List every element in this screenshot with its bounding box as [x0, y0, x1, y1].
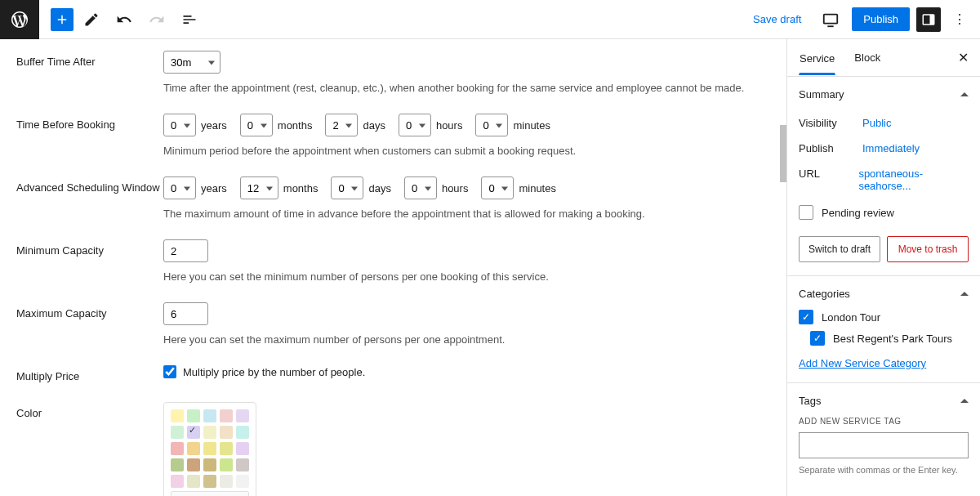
chevron-up-icon — [960, 292, 969, 296]
color-swatch[interactable] — [171, 409, 184, 422]
adv-window-label: Advanced Scheduling Window — [16, 177, 163, 220]
sidebar-tabs: Service Block ✕ — [787, 39, 980, 77]
chevron-up-icon — [960, 92, 969, 96]
tag-input[interactable] — [799, 432, 969, 458]
color-swatch[interactable] — [203, 426, 216, 439]
color-swatch[interactable] — [187, 426, 200, 439]
tab-block[interactable]: Block — [853, 40, 881, 75]
main-content: Buffer Time After 30m Time after the app… — [0, 39, 786, 496]
color-swatch[interactable] — [171, 475, 184, 488]
chevron-up-icon — [960, 399, 969, 403]
color-swatch[interactable] — [187, 458, 200, 471]
category-london-checkbox[interactable]: ✓ — [799, 310, 813, 324]
max-cap-help: Here you can set the maximum number of p… — [163, 333, 770, 346]
multiply-label: Multiply Price — [16, 365, 163, 382]
save-draft-button[interactable]: Save draft — [745, 8, 809, 30]
color-swatch[interactable] — [236, 426, 249, 439]
options-menu-button[interactable]: ⋮ — [947, 5, 972, 34]
redo-button — [142, 5, 172, 34]
plus-icon — [55, 12, 69, 27]
preview-button[interactable] — [816, 5, 845, 34]
adv-window-help: The maximum amount of time in advance be… — [163, 208, 770, 220]
time-before-minutes[interactable]: 0 — [475, 114, 508, 136]
settings-sidebar-button[interactable] — [916, 7, 941, 32]
color-swatch[interactable] — [171, 442, 184, 455]
publish-value[interactable]: Immediately — [862, 142, 920, 154]
color-swatch[interactable] — [236, 409, 249, 422]
time-before-help: Minimum period before the appointment wh… — [163, 145, 770, 157]
undo-icon — [116, 11, 132, 28]
adv-window-days[interactable]: 0 — [331, 177, 363, 199]
max-cap-input[interactable] — [163, 302, 208, 325]
color-swatch[interactable] — [236, 475, 249, 488]
color-swatch[interactable] — [203, 458, 216, 471]
close-sidebar-button[interactable]: ✕ — [958, 50, 969, 65]
wordpress-logo[interactable] — [0, 0, 39, 39]
visibility-value[interactable]: Public — [862, 117, 891, 129]
multiply-checkbox[interactable] — [163, 365, 176, 378]
document-overview-button[interactable] — [175, 5, 204, 34]
min-cap-input[interactable] — [163, 239, 208, 262]
color-palette: More — [163, 402, 256, 496]
color-label: Color — [16, 402, 163, 496]
url-value[interactable]: spontaneous-seahorse... — [858, 168, 969, 192]
panel-tags: Tags ADD NEW SERVICE TAG Separate with c… — [787, 383, 980, 488]
panel-summary-header[interactable]: Summary — [799, 88, 969, 101]
color-swatch[interactable] — [236, 458, 249, 471]
svg-rect-2 — [930, 15, 934, 25]
color-swatch[interactable] — [187, 475, 200, 488]
panel-categories: Categories ✓ London Tour ✓ Best Regent's… — [787, 276, 980, 383]
tab-service[interactable]: Service — [799, 41, 835, 75]
color-swatch[interactable] — [220, 458, 233, 471]
topbar: Save draft Publish ⋮ — [0, 0, 980, 39]
color-swatch[interactable] — [171, 426, 184, 439]
wordpress-icon — [10, 10, 29, 29]
adv-window-months[interactable]: 12 — [240, 177, 278, 199]
sidebar: Service Block ✕ Summary VisibilityPublic… — [786, 39, 980, 496]
time-before-label: Time Before Booking — [16, 114, 163, 157]
time-before-days[interactable]: 2 — [325, 114, 358, 136]
color-swatch[interactable] — [187, 442, 200, 455]
panel-categories-header[interactable]: Categories — [799, 288, 969, 300]
adv-window-hours[interactable]: 0 — [404, 177, 437, 199]
svg-rect-0 — [824, 14, 838, 23]
color-swatch[interactable] — [203, 475, 216, 488]
min-cap-help: Here you can set the minimum number of p… — [163, 270, 770, 283]
sidebar-icon — [921, 12, 936, 27]
color-swatch[interactable] — [187, 409, 200, 422]
list-icon — [181, 11, 198, 28]
adv-window-minutes[interactable]: 0 — [481, 177, 514, 199]
color-swatch[interactable] — [220, 442, 233, 455]
pencil-icon — [83, 11, 100, 28]
color-swatch[interactable] — [203, 442, 216, 455]
adv-window-years[interactable]: 0 — [163, 177, 196, 199]
color-swatch[interactable] — [220, 409, 233, 422]
min-cap-label: Minimum Capacity — [16, 239, 163, 283]
buffer-after-select[interactable]: 30m — [163, 51, 220, 74]
color-swatch[interactable] — [203, 409, 216, 422]
time-before-years[interactable]: 0 — [163, 114, 196, 136]
switch-to-draft-button[interactable]: Switch to draft — [799, 236, 880, 262]
time-before-months[interactable]: 0 — [240, 114, 273, 136]
color-more-button[interactable]: More — [171, 491, 249, 496]
publish-button[interactable]: Publish — [852, 7, 910, 31]
add-block-button[interactable] — [51, 8, 74, 31]
edit-mode-button[interactable] — [77, 5, 106, 34]
color-swatch[interactable] — [236, 442, 249, 455]
time-before-hours[interactable]: 0 — [399, 114, 431, 136]
color-swatch[interactable] — [220, 426, 233, 439]
color-swatch[interactable] — [171, 458, 184, 471]
add-category-link[interactable]: Add New Service Category — [799, 357, 926, 369]
undo-button[interactable] — [109, 5, 139, 34]
category-regents-checkbox[interactable]: ✓ — [810, 331, 825, 346]
buffer-after-label: Buffer Time After — [16, 51, 163, 94]
move-to-trash-button[interactable]: Move to trash — [887, 236, 969, 262]
panel-tags-header[interactable]: Tags — [799, 395, 969, 407]
max-cap-label: Maximum Capacity — [16, 302, 163, 346]
pending-review-checkbox[interactable] — [799, 205, 813, 220]
color-swatch[interactable] — [220, 475, 233, 488]
scrollbar-thumb[interactable] — [780, 125, 786, 182]
buffer-after-help: Time after the appointment (rest, cleanu… — [163, 82, 770, 94]
multiply-text: Multiply price by the number of people. — [183, 366, 365, 378]
redo-icon — [149, 11, 165, 28]
